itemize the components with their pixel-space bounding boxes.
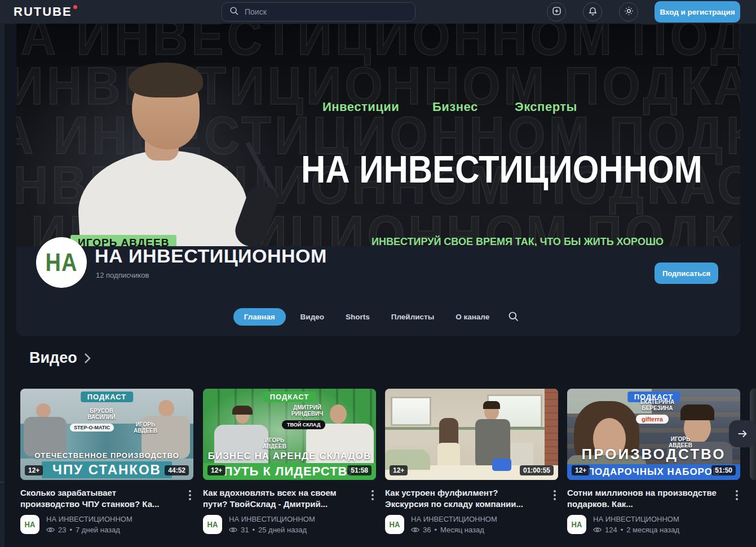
avatar-initials: НА xyxy=(572,520,582,530)
radiator xyxy=(511,443,533,466)
video-thumbnail[interactable]: ПОДКАСТ ЕКАТЕРИНА БЕРЕЗИНА gifterra ИГОР… xyxy=(567,389,740,480)
publish-date: 25 дней назад xyxy=(258,526,307,534)
channel-search-button[interactable] xyxy=(504,307,523,326)
videos-section-header[interactable]: Видео xyxy=(29,349,91,367)
tab-about[interactable]: О канале xyxy=(449,308,496,326)
thumbnail-host-name: ИГОРЬ АВДЕЕВ xyxy=(255,437,294,450)
banner-topic: Инвестиции xyxy=(322,100,399,114)
views-eye-icon xyxy=(411,527,419,533)
podcast-badge: ПОДКАСТ xyxy=(263,392,316,402)
video-thumbnail[interactable]: ПОДКАСТ ДМИТРИЙ РИНДЕВИЧ ТВОЙ СКЛАД ИГОР… xyxy=(203,389,376,480)
video-channel-name[interactable]: НА ИНВЕСТИЦИОННОМ xyxy=(411,515,497,523)
podcast-badge: ПОДКАСТ xyxy=(81,392,134,402)
notifications-button[interactable] xyxy=(583,2,602,21)
banner-tagline: ИНВЕСТИРУЙ СВОЕ ВРЕМЯ ТАК, ЧТО БЫ ЖИТЬ Х… xyxy=(372,236,664,246)
video-channel-name[interactable]: НА ИНВЕСТИЦИОННОМ xyxy=(593,515,679,523)
more-options-button[interactable] xyxy=(370,489,375,501)
sun-icon xyxy=(624,6,634,18)
channel-subscribers: 12 подписчиков xyxy=(96,271,149,279)
view-count: 31 xyxy=(241,526,249,534)
video-thumbnail[interactable]: ПОДКАСТ БРУСОВ ВАСИЛИЙ STEP-O-MATIC ИГОР… xyxy=(20,389,193,480)
banner-title: НА ИНВЕСТИЦИОННОМ xyxy=(301,147,684,192)
upload-icon xyxy=(552,6,562,18)
age-rating-badge: 12+ xyxy=(25,465,43,475)
channel-name: НА ИНВЕСТИЦИОННОМ xyxy=(95,245,327,267)
video-title[interactable]: Как вдохновлять всех на своем пути? Твой… xyxy=(203,487,356,510)
videos-section-title: Видео xyxy=(29,349,77,367)
avatar-initials: НА xyxy=(25,520,36,530)
meta-separator: • xyxy=(69,526,72,534)
tab-main[interactable]: Главная xyxy=(233,308,286,326)
carousel-next-button[interactable] xyxy=(729,420,756,447)
video-thumbnail[interactable]: 12+ 01:00:55 xyxy=(385,389,558,480)
person-figure xyxy=(232,406,253,415)
search-bar[interactable] xyxy=(222,2,415,21)
views-eye-icon xyxy=(229,527,237,533)
video-channel-name[interactable]: НА ИНВЕСТИЦИОННОМ xyxy=(46,515,132,523)
more-options-button[interactable] xyxy=(552,489,557,501)
sidebar-divider xyxy=(0,482,5,483)
meta-separator: • xyxy=(621,526,624,534)
duration-badge: 01:00:55 xyxy=(520,465,554,475)
channel-avatar-small[interactable]: НА xyxy=(385,515,404,534)
channel-avatar-initials: НА xyxy=(46,248,78,276)
subscribe-button[interactable]: Подписаться xyxy=(655,263,718,284)
channel-avatar-small[interactable]: НА xyxy=(203,515,222,534)
avatar-initials: НА xyxy=(390,520,400,530)
thumbnail-guest-name: БРУСОВ ВАСИЛИЙ xyxy=(79,408,124,420)
wall-stripe xyxy=(385,427,545,430)
video-card: 12+ 01:00:55 Как устроен фулфилмент? Экс… xyxy=(385,389,558,534)
theme-toggle-button[interactable] xyxy=(619,2,638,21)
person-figure xyxy=(680,404,714,420)
video-channel-name[interactable]: НА ИНВЕСТИЦИОННОМ xyxy=(229,515,315,523)
video-card: ПОДКАСТ ЕКАТЕРИНА БЕРЕЗИНА gifterra ИГОР… xyxy=(567,389,740,534)
rutube-logo-text: RUTUBE xyxy=(14,5,72,19)
tab-playlists[interactable]: Плейлисты xyxy=(384,308,441,326)
thumbnail-caption: ПРОИЗВОДСТВО xyxy=(567,446,740,463)
channel-avatar-small[interactable]: НА xyxy=(567,515,586,534)
bell-icon xyxy=(588,6,598,18)
search-input[interactable] xyxy=(245,7,415,16)
view-count: 36 xyxy=(423,526,431,534)
video-meta: НА НА ИНВЕСТИЦИОННОМ 23 • 7 дней назад xyxy=(20,515,193,534)
video-meta: НА НА ИНВЕСТИЦИОННОМ 36 • Месяц назад xyxy=(385,515,558,534)
sidebar-clipped: я е и я и xyxy=(0,24,5,547)
thumbnail-guest-name: ДМИТРИЙ РИНДЕВИЧ xyxy=(283,404,331,417)
banner-host-name: ИГОРЬ АВДЕЕВ xyxy=(70,235,176,246)
views-eye-icon xyxy=(593,527,602,533)
person-figure xyxy=(158,400,174,417)
channel-avatar-small[interactable]: НА xyxy=(20,515,39,534)
login-button[interactable]: Вход и регистрация xyxy=(655,1,740,23)
video-meta: НА НА ИНВЕСТИЦИОННОМ 31 • 25 дней назад xyxy=(203,515,376,534)
video-title[interactable]: Как устроен фулфилмент? Экскурсия по скл… xyxy=(385,487,538,510)
logo-red-dot-icon xyxy=(73,5,77,9)
banner-topic: Эксперты xyxy=(515,100,577,114)
view-count: 23 xyxy=(58,526,66,534)
person-figure xyxy=(24,417,67,456)
publish-date: 2 месяца назад xyxy=(626,526,679,534)
video-title[interactable]: Сотни миллионов на производстве подарков… xyxy=(567,487,720,510)
thumbnail-caption: ОТЕЧЕСТВЕННОЕ ПРОИЗВОДСТВО xyxy=(20,451,193,460)
tab-shorts[interactable]: Shorts xyxy=(339,308,377,326)
more-options-button[interactable] xyxy=(735,489,739,501)
duration-badge: 51:50 xyxy=(711,465,736,475)
upload-video-button[interactable] xyxy=(547,2,566,21)
thumbnail-brand-pill: STEP-O-MATIC xyxy=(70,424,114,432)
thumbnail-guest-name: ЕКАТЕРИНА БЕРЕЗИНА xyxy=(633,399,682,411)
more-options-button[interactable] xyxy=(188,489,192,501)
person-figure xyxy=(330,404,347,424)
window xyxy=(391,397,431,426)
channel-tabs: Главная Видео Shorts Плейлисты О канале xyxy=(16,307,740,326)
host-hair xyxy=(129,63,203,97)
thumbnail-brand-pill: ТВОЙ СКЛАД xyxy=(282,420,325,429)
banner-host-photo xyxy=(16,66,310,246)
rutube-logo[interactable]: RUTUBE xyxy=(14,5,77,19)
thumbnail-host-name: ИГОРЬ АВДЕЕВ xyxy=(126,421,165,434)
channel-avatar[interactable]: НА xyxy=(36,237,87,288)
age-rating-badge: 12+ xyxy=(572,465,590,475)
tab-videos[interactable]: Видео xyxy=(294,308,331,326)
thumbnail-caption: БИЗНЕС НА АРЕНДЕ СКЛАДОВ xyxy=(203,451,376,462)
video-title[interactable]: Сколько зарабатывает производство ЧПУ ст… xyxy=(20,487,174,510)
publish-date: 7 дней назад xyxy=(76,526,120,534)
meta-separator: • xyxy=(434,526,437,534)
